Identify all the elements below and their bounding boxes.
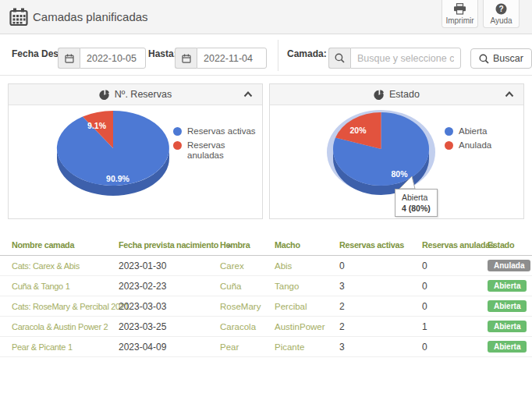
legend-dot-blue [173,127,182,136]
reservas-panel-title: Nº. Reservas [115,89,172,100]
reservas-anuladas-cell: 0 [422,337,488,357]
search-icon [479,54,489,64]
reservas-anuladas-cell: 1 [422,317,488,337]
estado-badge: Abierta [488,341,527,353]
reservas-activas-cell: 0 [339,256,422,276]
date-to-label: Hasta: [148,48,177,59]
col-header-macho[interactable]: Macho [275,234,339,256]
legend-label: Reservas activas [187,126,256,136]
date-from-addon[interactable] [58,48,80,69]
tooltip-value: 4 (80%) [402,203,431,214]
camada-link[interactable]: Caracola & Austin Power 2 [12,322,108,331]
camada-link[interactable]: Cats: RoseMary & Percibal 2021 [12,302,129,311]
legend-dot-blue [445,127,453,136]
camadas-planificadas-page: Camadas planificadas Imprimir ? Ayuda Fe… [0,0,532,404]
date-to-group [175,48,267,69]
table-row: Cuña & Tango 1 2023-02-23 Cuña Tango 3 0… [0,276,532,296]
calendar-small-icon [182,54,191,63]
fecha-cell: 2023-03-03 [119,296,220,317]
camada-search-group [328,48,461,69]
pie-chart-icon [374,90,384,100]
hembra-link[interactable]: Caracola [220,322,256,331]
col-header-label: Fecha prevista nacimiento [119,240,218,250]
estado-panel-title: Estado [389,89,420,100]
page-title: Camadas planificadas [33,0,148,34]
legend-item-abierta[interactable]: Abierta [445,126,491,136]
svg-text:?: ? [498,5,503,13]
reservas-panel-header[interactable]: Nº. Reservas [9,84,262,105]
legend-label: Abierta [459,126,487,136]
hembra-link[interactable]: Cuña [220,282,242,291]
hembra-link[interactable]: Carex [220,261,244,271]
pie-label-anulada-pct: 20% [349,126,367,135]
date-to-addon[interactable] [175,48,197,69]
legend-dot-red [173,141,182,150]
date-to-input[interactable] [197,48,267,69]
table-row: Cats: Carex & Abis 2023-01-30 Carex Abis… [0,256,532,276]
col-header-estado[interactable]: Estado [488,234,532,256]
collapse-chevron-icon[interactable] [505,91,514,97]
tooltip-pointer [396,175,424,190]
help-button-label: Ayuda [490,16,512,25]
camada-search-addon[interactable] [328,48,350,69]
col-header-fecha-prevista[interactable]: Fecha prevista nacimiento▲ [119,234,220,256]
estado-badge: Abierta [488,321,527,332]
estado-badge: Abierta [488,300,527,312]
table-row: Cats: RoseMary & Percibal 2021 2023-03-0… [0,296,532,317]
search-icon [335,53,345,63]
macho-link[interactable]: Percibal [275,302,307,311]
estado-panel-header[interactable]: Estado [270,84,523,105]
col-header-hembra[interactable]: Hembra [220,234,275,256]
buscar-button[interactable]: Buscar [470,48,532,69]
col-header-nombre-camada[interactable]: Nombre camada [0,234,119,256]
pie-chart-icon [99,90,109,100]
legend-item-reservas-activas[interactable]: Reservas activas [173,126,256,136]
calendar-icon [9,8,28,27]
camada-search-input[interactable] [350,48,461,69]
macho-link[interactable]: Picante [275,342,304,352]
hembra-link[interactable]: RoseMary [220,302,261,311]
print-button[interactable]: Imprimir [442,0,478,28]
col-header-reservas-anuladas[interactable]: Reservas anuladas [422,234,488,256]
camadas-table: Nombre camada Fecha prevista nacimiento▲… [0,234,532,357]
table-row: Pear & Picante 1 2023-04-09 Pear Picante… [0,337,532,357]
filter-divider [278,40,278,71]
date-from-input[interactable] [80,48,146,69]
legend-item-anulada[interactable]: Anulada [445,140,491,151]
legend-item-reservas-anuladas[interactable]: Reservas anuladas [173,140,256,161]
reservas-anuladas-cell: 0 [422,256,488,276]
col-header-reservas-activas[interactable]: Reservas activas [339,234,422,256]
printer-icon [453,3,466,15]
date-from-group [58,48,146,69]
question-icon: ? [495,3,507,15]
reservas-activas-cell: 2 [339,317,422,337]
pie-label-anuladas-pct: 9.1% [87,121,107,130]
fecha-cell: 2023-04-09 [119,337,220,357]
fecha-cell: 2023-02-23 [119,276,220,296]
buscar-button-label: Buscar [493,53,523,64]
camada-link[interactable]: Cats: Carex & Abis [12,261,80,271]
table-row: Caracola & Austin Power 2 2023-03-25 Car… [0,317,532,337]
calendar-small-icon [65,54,74,63]
macho-link[interactable]: AustinPower [275,322,325,331]
collapse-chevron-icon[interactable] [243,91,253,97]
table-header-row: Nombre camada Fecha prevista nacimiento▲… [0,234,532,256]
filter-bar: Fecha Desde: Hasta: [0,34,532,76]
camada-link[interactable]: Cuña & Tango 1 [12,282,70,291]
fecha-cell: 2023-01-30 [119,256,220,276]
tooltip-series-label: Abierta [402,192,431,203]
macho-link[interactable]: Tango [275,282,299,291]
camada-link[interactable]: Pear & Picante 1 [12,342,73,352]
print-button-label: Imprimir [445,16,473,25]
reservas-activas-cell: 3 [339,337,422,357]
reservas-activas-cell: 3 [339,276,422,296]
estado-legend: Abierta Anulada [445,126,491,154]
legend-label: Anulada [459,140,491,151]
legend-label: Reservas anuladas [187,140,232,161]
topbar: Camadas planificadas Imprimir ? Ayuda [0,0,532,34]
macho-link[interactable]: Abis [275,261,292,271]
help-button[interactable]: ? Ayuda [483,0,520,28]
reservas-pie-chart[interactable]: 9.1% 90.9% [51,103,176,200]
fecha-cell: 2023-03-25 [119,317,220,337]
hembra-link[interactable]: Pear [220,342,239,352]
